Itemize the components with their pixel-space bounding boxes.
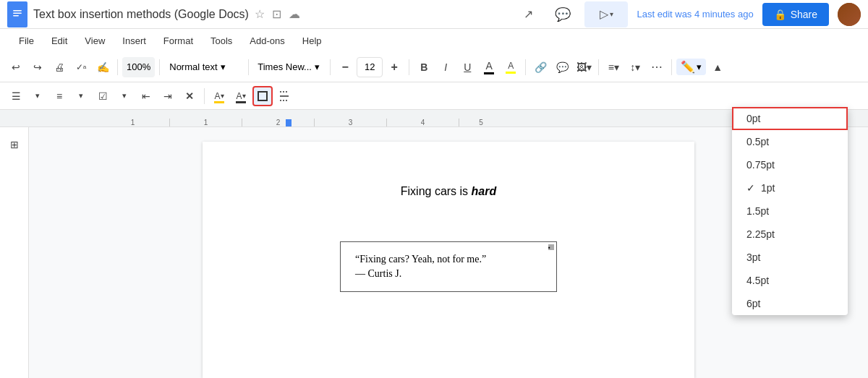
dropdown-item-0.5pt[interactable]: 0.5pt [732, 130, 848, 153]
share-button[interactable]: 🔒 Share [762, 3, 829, 26]
line-spacing-button[interactable]: ↕▾ [625, 57, 645, 77]
title-bar: Text box insertion methods (Google Docs)… [0, 0, 868, 29]
sidebar: ⊞ [0, 127, 29, 378]
dropdown-item-0pt[interactable]: 0pt [732, 107, 848, 130]
item-label: 6pt [746, 298, 760, 309]
menu-tools[interactable]: Tools [203, 33, 239, 49]
textbox-line1: “Fixing cars? Yeah, not for me.” [355, 254, 542, 265]
collapse-toolbar-button[interactable]: ▲ [707, 57, 728, 77]
svg-rect-3 [13, 15, 19, 17]
align-button[interactable]: ≡▾ [603, 57, 624, 77]
dropdown-item-0.75pt[interactable]: 0.75pt [732, 153, 848, 176]
undo-button[interactable]: ↩ [6, 57, 26, 77]
underline-button[interactable]: U [457, 57, 477, 77]
lock-icon: 🔒 [774, 9, 786, 20]
share-label: Share [791, 9, 817, 20]
item-label: 0.5pt [746, 136, 769, 147]
redo-button[interactable]: ↪ [27, 57, 48, 77]
decrease-indent-button[interactable]: ⇤ [136, 86, 156, 106]
title-icons: ☆ ⊡ ☁ [255, 7, 300, 21]
text-box[interactable]: ▪ “Fixing cars? Yeah, not for me.” — Cur… [340, 241, 557, 292]
link-button[interactable]: 🔗 [530, 57, 550, 77]
text-border-color-button[interactable]: A ▾ [231, 86, 251, 106]
bullet-list-button[interactable]: ☰ [6, 86, 26, 106]
item-label: 1.5pt [746, 205, 769, 217]
font-chevron: ▾ [315, 61, 320, 72]
title-bar-right: ↗ 💬 ▷ ▾ Last edit was 4 minutes ago 🔒 Sh… [515, 1, 861, 27]
image-button[interactable]: 🖼▾ [574, 57, 594, 77]
increase-indent-button[interactable]: ⇥ [158, 86, 178, 106]
spellcheck-button[interactable]: ✓a [71, 57, 91, 77]
print-button[interactable]: 🖨 [49, 57, 69, 77]
separator7 [598, 59, 599, 75]
sidebar-margins-icon[interactable]: ⊞ [4, 134, 25, 155]
clear-format-button[interactable]: ✕ [179, 86, 200, 106]
separator5 [409, 59, 409, 75]
comment-button[interactable]: 💬 [552, 57, 572, 77]
numbered-list-button[interactable]: ≡ [49, 86, 69, 106]
star-icon[interactable]: ☆ [255, 7, 265, 21]
doc-body-title: Fixing cars is hard [260, 185, 637, 198]
toolbar2: ☰ ▾ ≡ ▾ ☑ ▾ ⇤ ⇥ ✕ A ▾ A ▾ [0, 82, 868, 110]
dropdown-item-6pt[interactable]: 6pt [732, 292, 848, 315]
menu-file[interactable]: File [12, 33, 41, 49]
numbered-list-dropdown[interactable]: ▾ [71, 86, 91, 106]
document-title: Text box insertion methods (Google Docs) [33, 8, 249, 21]
bold-button[interactable]: B [414, 57, 434, 77]
dropdown-item-3pt[interactable]: 3pt [732, 246, 848, 269]
zoom-select[interactable]: 100% [122, 57, 155, 77]
menu-format[interactable]: Format [156, 33, 200, 49]
dropdown-item-4.5pt[interactable]: 4.5pt [732, 269, 848, 292]
cloud-icon[interactable]: ☁ [289, 7, 300, 21]
folder-icon[interactable]: ⊡ [272, 7, 281, 21]
style-select[interactable]: Normal text ▾ [164, 57, 244, 77]
chart-icon[interactable]: ↗ [515, 1, 541, 27]
more-toolbar-button[interactable]: ⋯ [647, 57, 667, 77]
style-chevron: ▾ [221, 61, 226, 72]
border-style-button[interactable] [252, 86, 273, 106]
menu-insert[interactable]: Insert [115, 33, 153, 49]
toolbar1: ↩ ↪ 🖨 ✓a ✍ 100% Normal text ▾ Times New.… [0, 52, 868, 82]
border-width-dropdown: 0pt 0.5pt 0.75pt ✓ 1pt 1.5pt 2.25pt 3pt … [732, 107, 848, 315]
italic-button[interactable]: I [435, 57, 456, 77]
highlight-color-button[interactable]: A [501, 57, 521, 77]
dropdown-item-2.25pt[interactable]: 2.25pt [732, 223, 848, 246]
svg-rect-4 [258, 92, 267, 100]
font-value: Times New... [258, 61, 312, 72]
dropdown-item-1.5pt[interactable]: 1.5pt [732, 199, 848, 223]
checklist-dropdown[interactable]: ▾ [114, 86, 135, 106]
comment-icon[interactable]: 💬 [550, 1, 576, 27]
last-edit[interactable]: Last edit was 4 minutes ago [637, 9, 753, 20]
separator9 [204, 88, 205, 104]
pencil-icon: ✏️ [681, 60, 695, 74]
ruler-mark-5: 4 [387, 119, 459, 126]
font-size-input[interactable] [357, 57, 383, 77]
font-size-control: − + [335, 57, 404, 77]
body-text-bold: hard [472, 185, 497, 197]
font-size-increase[interactable]: + [384, 57, 404, 77]
checklist-button[interactable]: ☑ [93, 86, 113, 106]
menu-edit[interactable]: Edit [44, 33, 75, 49]
meeting-icon[interactable]: ▷ ▾ [584, 1, 628, 27]
menu-help[interactable]: Help [295, 33, 329, 49]
bg-color-button[interactable]: A ▾ [209, 86, 229, 106]
menu-view[interactable]: View [77, 33, 112, 49]
text-color-button[interactable]: A [479, 57, 499, 77]
text-color-indicator [484, 72, 494, 74]
pencil-mode-button[interactable]: ✏️ ▾ [676, 59, 706, 75]
border-spacing-button[interactable] [274, 86, 294, 106]
highlight-a: A [508, 61, 514, 71]
paint-format-button[interactable]: ✍ [93, 57, 113, 77]
font-select[interactable]: Times New... ▾ [253, 57, 326, 77]
item-label: 2.25pt [746, 228, 775, 240]
bullet-list-dropdown[interactable]: ▾ [27, 86, 48, 106]
avatar[interactable] [838, 3, 861, 26]
document-page: Fixing cars is hard ▪ “Fixing cars? Yeah… [203, 142, 694, 378]
body-text-normal: Fixing cars is [401, 185, 472, 197]
dropdown-item-1pt[interactable]: ✓ 1pt [732, 176, 848, 199]
menu-addons[interactable]: Add-ons [242, 33, 292, 49]
menu-bar: File Edit View Insert Format Tools Add-o… [0, 29, 868, 52]
font-size-decrease[interactable]: − [335, 57, 355, 77]
svg-rect-1 [13, 10, 22, 12]
resize-handle[interactable]: ▪ [548, 244, 554, 250]
